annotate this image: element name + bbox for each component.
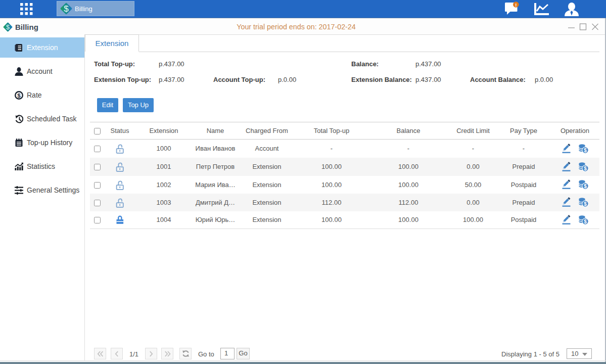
svg-text:$: $ [64, 4, 69, 14]
svg-text:$: $ [584, 165, 587, 171]
svg-text:!: ! [515, 2, 517, 8]
svg-text:$: $ [584, 219, 587, 224]
svg-text:$: $ [584, 201, 587, 207]
svg-text:$: $ [584, 148, 587, 153]
svg-text:$: $ [17, 93, 21, 99]
svg-text:$: $ [584, 184, 587, 189]
